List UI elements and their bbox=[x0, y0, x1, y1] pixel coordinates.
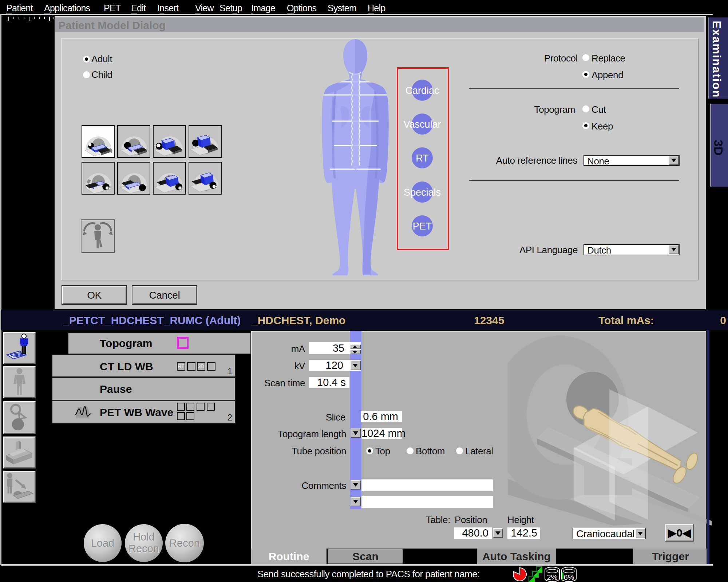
svg-text:2%: 2% bbox=[547, 573, 558, 581]
svg-text:Recon: Recon bbox=[169, 537, 200, 549]
svg-text:Hold: Hold bbox=[133, 531, 155, 543]
svg-text:6%: 6% bbox=[564, 573, 574, 581]
svg-text:Load: Load bbox=[91, 537, 115, 549]
svg-text:Recon: Recon bbox=[128, 543, 159, 554]
